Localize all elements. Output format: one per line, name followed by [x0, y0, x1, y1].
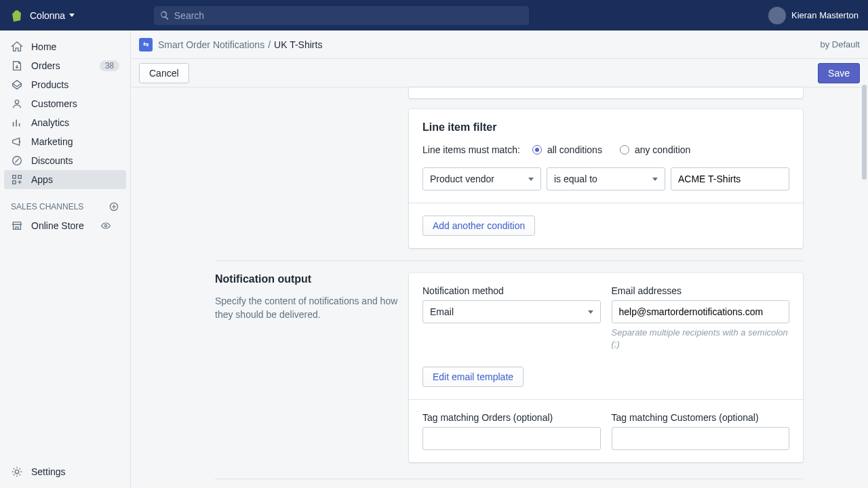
plus-circle-icon[interactable] [108, 201, 119, 212]
tag-orders-label: Tag matching Orders (optional) [422, 412, 601, 423]
user-menu[interactable]: Kieran Masterton [768, 7, 859, 24]
marketing-icon [11, 136, 23, 148]
method-label: Notification method [422, 285, 601, 296]
radio-label[interactable]: any condition [635, 144, 691, 155]
sidebar-item-settings[interactable]: Settings [4, 462, 126, 481]
line-item-filter-card: Line item filter Line items must match: … [409, 109, 803, 248]
select-value: Email [430, 306, 454, 317]
notification-method-select[interactable]: Email [422, 300, 601, 323]
chevron-down-icon [652, 178, 658, 181]
sidebar-item-label: Home [31, 41, 56, 52]
user-name: Kieran Masterton [791, 10, 859, 20]
sidebar-item-label: Marketing [31, 136, 73, 147]
sidebar-item-products[interactable]: Products [4, 75, 126, 94]
text-input[interactable] [678, 168, 782, 190]
action-bar: Cancel Save [131, 59, 868, 87]
svg-rect-4 [13, 181, 16, 184]
condition-field-select[interactable]: Product vendor [422, 167, 541, 190]
store-icon [11, 220, 23, 232]
sidebar-item-label: Customers [31, 98, 77, 109]
sidebar: Home Orders38 Products Customers Analyti… [0, 30, 130, 488]
products-icon [11, 79, 23, 91]
text-input[interactable] [619, 428, 783, 449]
select-value: is equal to [554, 174, 597, 184]
radio-all-conditions[interactable] [532, 145, 542, 155]
gear-icon [11, 466, 23, 478]
store-name: Colonna [30, 10, 65, 21]
text-input[interactable] [619, 301, 783, 323]
match-label: Line items must match: [422, 144, 520, 155]
eye-icon[interactable] [100, 220, 111, 231]
orders-icon [11, 60, 23, 72]
radio-label[interactable]: all conditions [547, 144, 602, 155]
breadcrumb-sep: / [268, 39, 271, 50]
shopify-logo [9, 9, 23, 22]
sidebar-item-online-store[interactable]: Online Store [4, 216, 126, 235]
previous-card-edge [409, 87, 803, 98]
breadcrumb-bar: ⇆ Smart Order Notifications / UK T-Shirt… [131, 30, 868, 59]
sidebar-item-home[interactable]: Home [4, 37, 126, 56]
scrollbar[interactable] [862, 85, 867, 180]
app-icon: ⇆ [139, 38, 153, 52]
notification-output-card: Notification method Email Email addresse… [409, 273, 803, 462]
card-title: Line item filter [422, 121, 789, 134]
cancel-button-top[interactable]: Cancel [139, 63, 189, 83]
email-addresses-input[interactable] [612, 300, 790, 323]
main-content: ⇆ Smart Order Notifications / UK T-Shirt… [130, 30, 868, 488]
svg-point-6 [104, 224, 106, 226]
apps-icon [11, 174, 23, 186]
sidebar-item-orders[interactable]: Orders38 [4, 56, 126, 75]
email-hint: Separate multiple recipients with a semi… [612, 327, 790, 350]
section-heading: Notification output [215, 273, 398, 285]
tag-customers-input[interactable] [612, 427, 790, 450]
sidebar-item-marketing[interactable]: Marketing [4, 132, 126, 151]
select-value: Product vendor [430, 174, 494, 184]
by-author[interactable]: by Default [820, 39, 860, 49]
sidebar-section-channels: SALES CHANNELS [4, 189, 126, 216]
sidebar-item-label: Apps [31, 174, 53, 185]
sidebar-item-discounts[interactable]: Discounts [4, 151, 126, 170]
breadcrumb-app[interactable]: Smart Order Notifications [158, 39, 264, 50]
text-input[interactable] [430, 428, 593, 449]
store-switcher[interactable]: Colonna [30, 10, 75, 21]
topbar: Colonna Kieran Masterton [0, 0, 868, 30]
caret-down-icon [69, 14, 75, 17]
discounts-icon [11, 155, 23, 167]
svg-point-7 [15, 470, 18, 473]
chevron-down-icon [588, 310, 593, 314]
customers-icon [11, 98, 23, 110]
search-box[interactable] [154, 6, 529, 25]
search-input[interactable] [154, 6, 529, 25]
page-footer: Delete notification Cancel Save [215, 479, 803, 488]
save-button-top[interactable]: Save [818, 63, 860, 83]
sidebar-item-label: Products [31, 79, 68, 90]
sidebar-item-apps[interactable]: Apps [4, 170, 126, 189]
home-icon [11, 41, 23, 53]
svg-rect-3 [18, 176, 22, 179]
analytics-icon [11, 117, 23, 129]
breadcrumb-current: UK T-Shirts [274, 39, 322, 50]
orders-badge: 38 [100, 60, 119, 71]
chevron-down-icon [528, 178, 534, 181]
edit-email-template-button[interactable]: Edit email template [422, 367, 524, 387]
svg-point-0 [15, 100, 18, 104]
condition-operator-select[interactable]: is equal to [547, 167, 665, 190]
sidebar-item-customers[interactable]: Customers [4, 94, 126, 113]
sidebar-item-label: Discounts [31, 155, 73, 166]
section-label: SALES CHANNELS [11, 202, 83, 211]
tag-orders-input[interactable] [422, 427, 601, 450]
condition-value-input[interactable] [671, 167, 789, 190]
sidebar-item-label: Orders [31, 60, 60, 71]
email-label: Email addresses [612, 285, 790, 296]
tag-customers-label: Tag matching Customers (optional) [612, 412, 790, 423]
add-condition-button[interactable]: Add another condition [422, 216, 535, 236]
section-description: Specify the content of notifications and… [215, 295, 398, 321]
sidebar-item-label: Settings [31, 466, 66, 477]
sidebar-item-analytics[interactable]: Analytics [4, 113, 126, 132]
svg-rect-2 [13, 176, 16, 179]
avatar [768, 7, 786, 24]
search-icon [159, 10, 170, 21]
sidebar-item-label: Online Store [31, 220, 84, 231]
radio-any-condition[interactable] [620, 145, 629, 155]
sidebar-item-label: Analytics [31, 117, 69, 128]
